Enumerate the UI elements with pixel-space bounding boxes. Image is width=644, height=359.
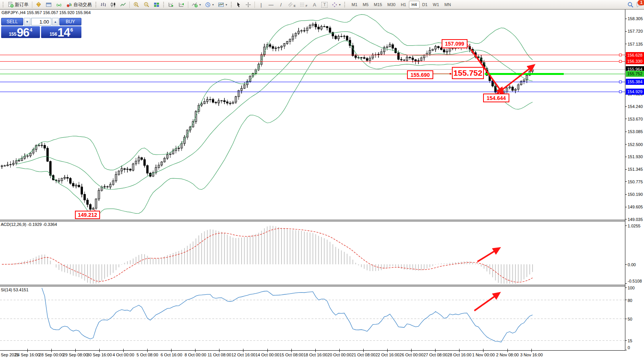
timeframe-M1[interactable]: M1 bbox=[349, 1, 360, 8]
buy-price-panel[interactable]: 156 14 6 bbox=[41, 26, 81, 38]
buy-price-fraction: 6 bbox=[70, 27, 73, 33]
sell-price-whole: 155 bbox=[9, 32, 16, 37]
one-click-trading-widget: SELL ▼ 1.00 ▲ BUY 155 96 4 156 14 6 bbox=[1, 18, 81, 38]
crosshair-icon bbox=[245, 2, 251, 8]
toolbar-grip[interactable] bbox=[2, 2, 4, 8]
annotation-154.644[interactable]: 154.644 bbox=[483, 94, 509, 102]
hline-handle[interactable] bbox=[619, 91, 622, 93]
hline-handle[interactable] bbox=[619, 60, 622, 62]
periods-button[interactable]: ▾ bbox=[203, 0, 216, 9]
auto-scroll-button[interactable] bbox=[166, 0, 176, 9]
sell-button[interactable]: SELL bbox=[1, 18, 23, 25]
market-button[interactable] bbox=[34, 0, 43, 9]
line-chart-icon bbox=[120, 2, 126, 8]
shapes-tool[interactable]: ▾ bbox=[330, 0, 342, 9]
bar-chart-button[interactable] bbox=[99, 0, 108, 9]
templates-dropdown-caret[interactable]: ▾ bbox=[226, 3, 227, 6]
horizontal-line-tool[interactable]: — bbox=[266, 0, 276, 9]
signals-icon bbox=[56, 2, 62, 8]
timeframe-M5[interactable]: M5 bbox=[360, 1, 371, 8]
time-axis[interactable] bbox=[0, 351, 625, 359]
toolbar-separator bbox=[129, 2, 130, 8]
rsi-line bbox=[42, 288, 533, 342]
zoom-in-button[interactable] bbox=[131, 0, 141, 9]
annotation-149.212[interactable]: 149.212 bbox=[75, 211, 100, 219]
shapes-dropdown-caret[interactable]: ▾ bbox=[339, 3, 340, 6]
hline-handle[interactable] bbox=[619, 54, 622, 56]
candlestick-chart-button[interactable] bbox=[108, 0, 118, 9]
signals-button[interactable] bbox=[54, 0, 64, 9]
chat-button[interactable]: 1 bbox=[636, 2, 643, 8]
fibonacci-tool[interactable]: F bbox=[298, 0, 309, 9]
new-order-icon bbox=[8, 2, 14, 8]
toolbar-grip[interactable] bbox=[163, 2, 165, 8]
annotation-anchor-dot bbox=[450, 73, 451, 75]
hline-handle[interactable] bbox=[619, 81, 622, 83]
buy-price-pips: 14 bbox=[57, 28, 70, 38]
timeframe-D1[interactable]: D1 bbox=[420, 1, 430, 8]
search-icon[interactable] bbox=[627, 2, 634, 8]
timeframe-M30[interactable]: M30 bbox=[385, 1, 398, 8]
zoom-out-icon bbox=[143, 2, 149, 8]
indicators-icon bbox=[192, 2, 198, 8]
timeframe-H4[interactable]: H4 bbox=[409, 1, 420, 8]
horizontal-lines-layer[interactable] bbox=[0, 54, 625, 93]
trend-arrow-rsi[interactable] bbox=[474, 293, 499, 311]
timeframe-H1[interactable]: H1 bbox=[398, 1, 409, 8]
vertical-line-tool[interactable]: | bbox=[256, 0, 266, 9]
shapes-icon bbox=[332, 2, 337, 8]
chart-canvas[interactable] bbox=[0, 0, 644, 359]
volume-input[interactable]: 1.00 bbox=[31, 18, 51, 25]
text-tool[interactable]: A bbox=[310, 0, 319, 9]
volume-decrease-button[interactable]: ▼ bbox=[24, 18, 30, 25]
timeframe-toolbar: M1M5M15M30H1H4D1W1MN bbox=[349, 1, 453, 8]
toolbar-grip[interactable] bbox=[231, 2, 232, 8]
symbol-ohlc-header: GBPJPY-,H4 155.957 156.057 155.920 155.9… bbox=[2, 10, 91, 15]
new-order-button[interactable]: 新订单 bbox=[6, 0, 30, 9]
channel-icon bbox=[288, 2, 294, 8]
chart-shift-button[interactable] bbox=[177, 0, 186, 9]
trend-arrow-macd[interactable] bbox=[477, 248, 499, 262]
annotation-157.099[interactable]: 157.099 bbox=[442, 39, 467, 48]
timeframe-MN[interactable]: MN bbox=[442, 1, 453, 8]
clock-icon bbox=[205, 2, 211, 8]
indicators-button[interactable]: ▾ bbox=[190, 0, 203, 9]
templates-icon bbox=[218, 2, 224, 8]
volume-increase-button[interactable]: ▲ bbox=[52, 18, 59, 25]
line-chart-button[interactable] bbox=[118, 0, 128, 9]
terminal-button[interactable] bbox=[44, 0, 54, 9]
auto-scroll-icon bbox=[168, 2, 174, 8]
rsi-label: SI(14) 53.4151 bbox=[1, 288, 29, 292]
new-order-label: 新订单 bbox=[15, 2, 29, 8]
annotation-155.690[interactable]: 155.690 bbox=[407, 70, 433, 79]
candlestick-layer bbox=[1, 22, 534, 211]
toolbar-separator bbox=[188, 2, 188, 8]
tile-windows-button[interactable] bbox=[152, 0, 161, 9]
toolbar-grip[interactable] bbox=[95, 2, 97, 8]
zoom-in-icon bbox=[133, 2, 139, 8]
toolbar-right: 1 bbox=[627, 2, 644, 8]
buy-button[interactable]: BUY bbox=[59, 18, 81, 25]
indicators-dropdown-caret[interactable]: ▾ bbox=[199, 3, 201, 6]
cursor-button[interactable] bbox=[234, 0, 243, 9]
annotation-155.752[interactable]: 155.752 bbox=[452, 67, 484, 79]
trendline-tool[interactable]: / bbox=[276, 0, 286, 9]
zoom-out-button[interactable] bbox=[142, 0, 151, 9]
templates-button[interactable]: ▾ bbox=[216, 0, 229, 9]
toolbar-grip[interactable] bbox=[344, 2, 346, 8]
crosshair-button[interactable] bbox=[243, 0, 253, 9]
sell-price-panel[interactable]: 155 96 4 bbox=[1, 26, 40, 38]
price-axis[interactable] bbox=[625, 9, 644, 351]
buy-price-whole: 156 bbox=[49, 32, 57, 37]
text-label-tool[interactable]: T bbox=[320, 0, 329, 9]
candlestick-chart-icon bbox=[110, 2, 116, 8]
timeframe-W1[interactable]: W1 bbox=[430, 1, 442, 8]
cursor-icon bbox=[236, 2, 241, 8]
timeframe-M15[interactable]: M15 bbox=[371, 1, 385, 8]
channel-tool[interactable]: E bbox=[286, 0, 297, 9]
autotrading-button[interactable]: 自动交易 bbox=[64, 0, 94, 9]
horizontal-line-icon: — bbox=[268, 2, 274, 8]
autotrading-label: 自动交易 bbox=[73, 2, 92, 8]
trendline-icon: / bbox=[278, 2, 284, 8]
periods-dropdown-caret[interactable]: ▾ bbox=[212, 3, 214, 6]
